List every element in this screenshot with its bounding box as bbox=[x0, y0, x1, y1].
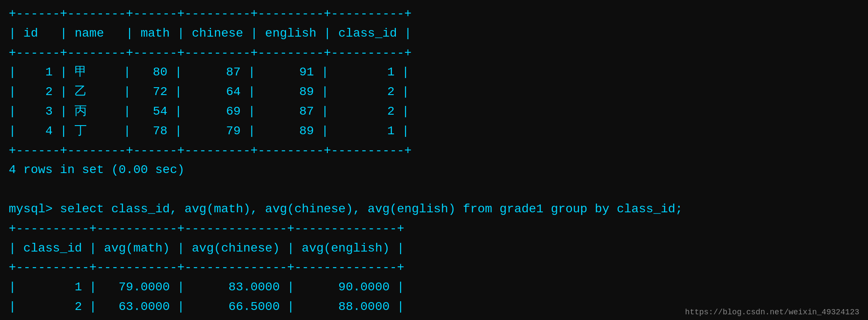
terminal-line-10: mysql> select class_id, avg(math), avg(c… bbox=[9, 202, 683, 216]
terminal-line-8: 4 rows in set (0.00 sec) bbox=[9, 163, 184, 177]
page-url: https://blog.csdn.net/weixin_49324123 bbox=[685, 308, 859, 317]
terminal-line-5: | 3 | 丙 | 54 | 69 | 87 | 2 | bbox=[9, 105, 409, 118]
terminal-line-1: | id | name | math | chinese | english |… bbox=[9, 27, 412, 40]
terminal-line-7: +------+--------+------+---------+------… bbox=[9, 144, 412, 157]
terminal-line-2: +------+--------+------+---------+------… bbox=[9, 46, 412, 60]
terminal-line-13: +----------+-----------+--------------+-… bbox=[9, 261, 404, 274]
terminal-line-15: | 2 | 63.0000 | 66.5000 | 88.0000 | bbox=[9, 300, 404, 313]
terminal-line-11: +----------+-----------+--------------+-… bbox=[9, 222, 404, 235]
terminal-line-6: | 4 | 丁 | 78 | 79 | 89 | 1 | bbox=[9, 124, 409, 138]
terminal-line-12: | class_id | avg(math) | avg(chinese) | … bbox=[9, 242, 404, 255]
terminal-output: +------+--------+------+---------+------… bbox=[9, 4, 859, 320]
terminal-line-14: | 1 | 79.0000 | 83.0000 | 90.0000 | bbox=[9, 280, 404, 294]
terminal-line-0: +------+--------+------+---------+------… bbox=[9, 7, 412, 20]
terminal-line-4: | 2 | 乙 | 72 | 64 | 89 | 2 | bbox=[9, 85, 409, 99]
terminal-line-3: | 1 | 甲 | 80 | 87 | 91 | 1 | bbox=[9, 65, 409, 79]
